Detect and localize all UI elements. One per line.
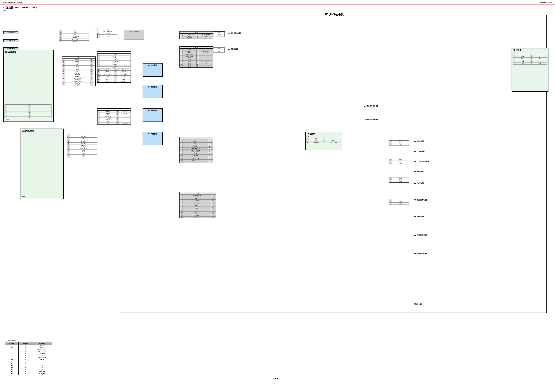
yc9-block: YC9 1ENG_A1ENG_A 2ENG_B2ENG_B 324V3 4DVM… — [97, 108, 131, 125]
dp-paper-feed-sensor-label: DP 供纸传感器 — [414, 140, 424, 143]
dp-flip-emit-label: DP 翻转式传感器发射 — [364, 105, 379, 107]
yc5-right-block: YC5 1LF_UP_ANODE1LF_UP_ANODE 2GND2GND 3L… — [179, 31, 213, 39]
dp-exit-sensor-label: DP 出纸传感器 — [414, 171, 424, 173]
dp-tray-sensor-label: DP 原稿传感器 — [414, 216, 424, 218]
cathode-label: Cathode — [414, 303, 422, 305]
dp-upper-switch-inner: DP 上盖板开关 — [124, 30, 144, 33]
sensor-right-3: 33.3V 2GND 1Vout — [389, 177, 409, 183]
dp-upper-switch-label: DP 上盖板开关 — [97, 30, 117, 33]
shd-board-title: SHD 电路板 — [21, 129, 63, 133]
yc3-block: YC3 1DRL INS SW 2SHD_NE/E 3SHD_SO 4SHD_S… — [67, 132, 97, 158]
yc8-motor-title: YC8 — [97, 67, 131, 69]
confidential-label: [CONFIDENTIAL] — [537, 1, 552, 4]
yc5-right-title: YC5 — [180, 31, 213, 34]
dp-led-board-label: DP LED 电路板 — [414, 150, 425, 152]
yc8-motor-block: YC8 10ENG_A8ENG_A 11ENG_B9ENG_B 121.3V10… — [97, 66, 131, 83]
pin-col-header-3: 信号名称 — [32, 342, 52, 345]
rx-board: RX 电路板 YC1 1IP1IP 2SDA2SDA 3GND3GND 43.3… — [511, 48, 548, 92]
rx-yc1-label: YC1 — [512, 52, 548, 54]
subtitle: (1/2) — [3, 9, 552, 12]
sensor-right-4: 33.3V 2GND2 1Vout — [389, 199, 409, 205]
yc3-title: YC3 — [67, 132, 97, 134]
dp-transport-motor-label: DP 传输电机 — [144, 133, 162, 135]
dp-lower-limit-label: DP 提升下限传感器 — [414, 199, 427, 201]
dp-align-motor-block: DP 对位电机 — [143, 63, 163, 77]
pin-col-header-2: 驱动控制 — [19, 342, 32, 345]
dp-tray-length-label: DP 原稿长度传感器 — [414, 253, 427, 255]
dp-flip-recv-label: DP 翻转式传感器接收 — [364, 119, 379, 121]
page-title-area: (2)送稿器 《DP-7160/DP-7170》 (1/2) — [0, 5, 555, 13]
dp-lift-motor-label: DP 提升电机 — [3, 31, 18, 34]
yc8-right-block: YC8 1GND1 21P_SW2 33.3V3 4LED_A4 5LED_HE… — [179, 137, 213, 163]
pin-assignment-table: 主机单板 驱动控制 信号名称 14ENG_CLK148ENG_SI31PA6ES… — [5, 342, 52, 375]
yc8-title: YC8 — [97, 52, 131, 54]
yc5-lower-title: YC5 — [180, 47, 213, 49]
yc4-title: YC4 — [180, 192, 216, 194]
breadcrumb: 附录 > 电路图（选购件） — [3, 1, 24, 4]
yc1-main-title: YC1 — [62, 57, 95, 59]
yc11-block: YC11 DP 上盖板开关 124V 2 3R24V — [97, 28, 117, 38]
yc11-title: YC11 — [97, 28, 117, 30]
dp-feed-motor-block: DP 供纸电机 — [143, 85, 163, 98]
yc8-right-title: YC8 — [180, 137, 213, 139]
sensor-right-2: 33.3V 2GND 1Vout — [389, 159, 409, 164]
yc10-label: YC10 — [5, 118, 9, 120]
yc5-lower-block: YC5 1GND1 2SRSW_SW2SRSW_SW 33.3V33.3V 4S… — [179, 46, 213, 68]
dp-timing-sensor-label: DP 时序传感器 — [414, 182, 424, 184]
yc4-block: YC4 1SLB0-C/NC/S-11 2LF_DN_ANODE2 3GND3 … — [179, 192, 216, 218]
drive-board-box: 驱动电路板 YC10 116 215 314 413 512 611 710 8… — [3, 50, 54, 122]
dp-paper-motor-label: DP 出纸电机 — [144, 109, 162, 112]
dp-upper-limit-sensor-label: DP 提升上限传感器 — [228, 32, 241, 34]
yc7-title: YC7 — [59, 28, 89, 30]
yc10-block: 116 215 314 413 512 611 710 89 — [5, 104, 51, 118]
tx-board: TX 电路板 YC1 124V124V 2PGND2GND 3VL_PULSE3… — [305, 132, 342, 150]
page-number: 9-29 — [274, 377, 279, 380]
dp-upper-limit-conn2: 33.3V 2GND 1Vout — [211, 31, 225, 37]
rx-board-title: RX 电路板 — [512, 49, 548, 52]
dp-tilt-sensor-label: DP 歪斜传感器 — [228, 48, 238, 50]
pin-col-header-1: 主机单板 — [5, 342, 19, 345]
pin-table-section: Note3 的针脚分配 主机单板 驱动控制 信号名称 14ENG_CLK148E… — [5, 340, 52, 375]
pin-table-note: Note3 的针脚分配 — [5, 340, 52, 342]
main-diagram: DP 驱动电路板 驱动电路板 YC10 116 215 314 413 512 … — [3, 14, 550, 383]
yc7-block: YC7 1LF?4 2LF?2 3LF?1 4FAN1_DRIVE 5R24V1… — [59, 28, 89, 43]
dp-drive-fan-label: DP 驱动风扇 — [3, 39, 18, 42]
dp-feed-motor-label: DP 供纸电机 — [144, 86, 162, 88]
dp-tray-width-label: DP 原稿宽度传感器 — [414, 234, 427, 236]
drive-board-title: 驱动电路板 — [4, 50, 53, 55]
main-title: (2)送稿器 《DP-7160/DP-7170》 — [3, 6, 552, 9]
page-header: 附录 > 电路图（选购件） [CONFIDENTIAL] — [0, 0, 555, 5]
sensor-right-1: 3GND 2Vcout 1Vss — [389, 140, 409, 146]
dp-drive-board-title: DP 驱动电路板 — [322, 12, 345, 16]
dp-upper-switch-block: DP 上盖板开关 — [124, 30, 144, 40]
dp-cis-fan-label: DP CIS 风扇 — [3, 47, 18, 50]
dp-transport-motor-block: DP 传输电机 — [143, 132, 163, 145]
dp-align-motor-label: DP 对位电机 — [144, 64, 162, 66]
dp-tilt-conn2: 2GND2 2Vcout 3Vss — [211, 47, 225, 53]
shd-board-box: SHD 电路板 YC2 — [20, 128, 64, 199]
dp-paper-motor-block: DP 出纸电机 — [143, 108, 163, 122]
tx-board-title: TX 电路板 — [306, 132, 342, 135]
yc2-label: YC2 — [22, 195, 25, 197]
yc1-main-block: YC1 1ENG_SO1 2ENG_SR2 324V3 4GND4 5GND5 … — [62, 57, 96, 86]
tx-yc1-label: YC1 — [306, 135, 342, 138]
dp-open-sensor-label: DP 打开／关闭传感器 — [414, 160, 429, 163]
yc9-title: YC9 — [97, 109, 131, 111]
